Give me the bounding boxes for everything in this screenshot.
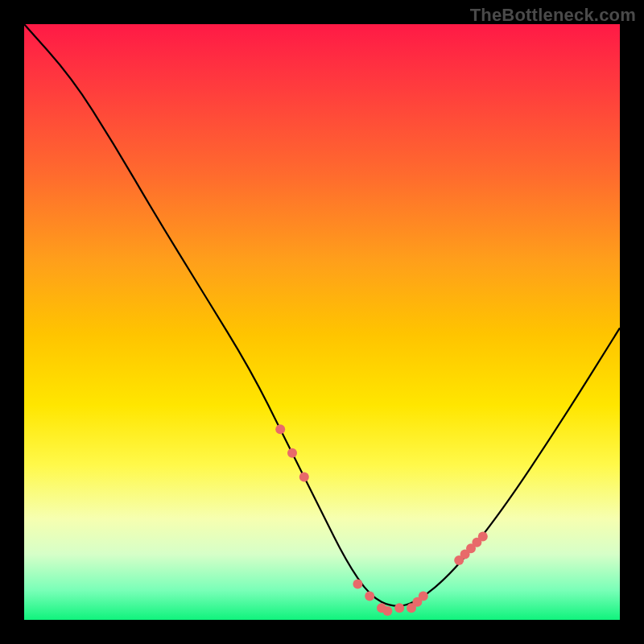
highlighted-point [299,472,309,481]
highlighted-point [382,606,392,616]
highlighted-point [419,591,428,601]
highlighted-point [275,424,285,434]
chart-plot-area [24,24,620,620]
bottleneck-curve-svg [24,24,620,620]
highlighted-points-group [275,424,488,616]
watermark-text: TheBottleneck.com [470,5,636,26]
highlighted-point [394,603,404,613]
highlighted-point [478,531,488,541]
highlighted-point [365,591,374,601]
bottleneck-curve [24,24,620,606]
highlighted-point [353,580,362,589]
highlighted-point [287,448,297,458]
